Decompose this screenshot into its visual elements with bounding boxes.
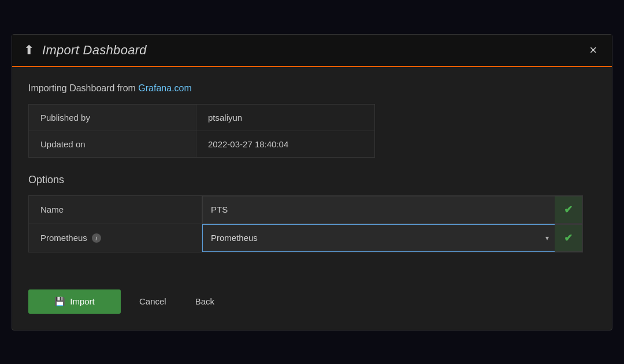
prometheus-check-badge: ✔ [555,224,582,252]
name-label: Name [29,195,202,224]
prometheus-select-wrapper: Prometheus ▾ [202,224,555,252]
prometheus-checkmark-icon: ✔ [564,232,573,244]
updated-on-label: Updated on [29,131,196,157]
import-button[interactable]: 💾 Import [28,289,121,314]
table-row: Published by ptsaliyun [29,104,375,131]
updated-on-value: 2022-03-27 18:40:04 [196,131,375,157]
options-table: Name ✔ Prometheus [28,195,583,252]
published-by-value: ptsaliyun [196,104,375,131]
options-name-row: Name ✔ [29,195,583,224]
options-section-title: Options [28,174,596,186]
prometheus-label-cell: Prometheus i [29,224,202,252]
upload-icon: ⬆ [24,43,34,58]
cancel-button[interactable]: Cancel [129,289,177,313]
table-row: Updated on 2022-03-27 18:40:04 [29,131,375,157]
published-by-label: Published by [29,104,196,131]
import-button-label: Import [70,296,95,306]
import-source-line: Importing Dashboard from Grafana.com [28,83,596,94]
modal-body: Importing Dashboard from Grafana.com Pub… [12,67,612,289]
modal-title-area: ⬆ Import Dashboard [24,43,147,58]
name-input-cell: ✔ [202,195,583,224]
info-icon: i [92,233,101,243]
grafana-link[interactable]: Grafana.com [138,83,191,93]
options-prometheus-row: Prometheus i Prometheus ▾ [29,224,583,252]
import-source-prefix: Importing Dashboard from [28,83,138,93]
modal-footer: 💾 Import Cancel Back [12,289,612,330]
info-table: Published by ptsaliyun Updated on 2022-0… [28,104,375,158]
close-button[interactable]: × [586,43,600,58]
name-check-badge: ✔ [555,196,582,224]
name-input[interactable] [202,196,555,224]
back-button[interactable]: Back [185,289,225,313]
chevron-down-icon: ▾ [540,224,555,252]
prometheus-label: Prometheus [40,233,87,243]
checkmark-icon: ✔ [564,203,573,216]
floppy-disk-icon: 💾 [54,296,65,307]
modal-header: ⬆ Import Dashboard × [12,35,612,67]
modal-overlay: ⬆ Import Dashboard × Importing Dashboard… [0,0,624,364]
modal-title: Import Dashboard [42,43,147,58]
prometheus-input-cell: Prometheus ▾ ✔ [202,224,583,252]
prometheus-select[interactable]: Prometheus [202,224,540,252]
import-dashboard-modal: ⬆ Import Dashboard × Importing Dashboard… [12,34,612,330]
